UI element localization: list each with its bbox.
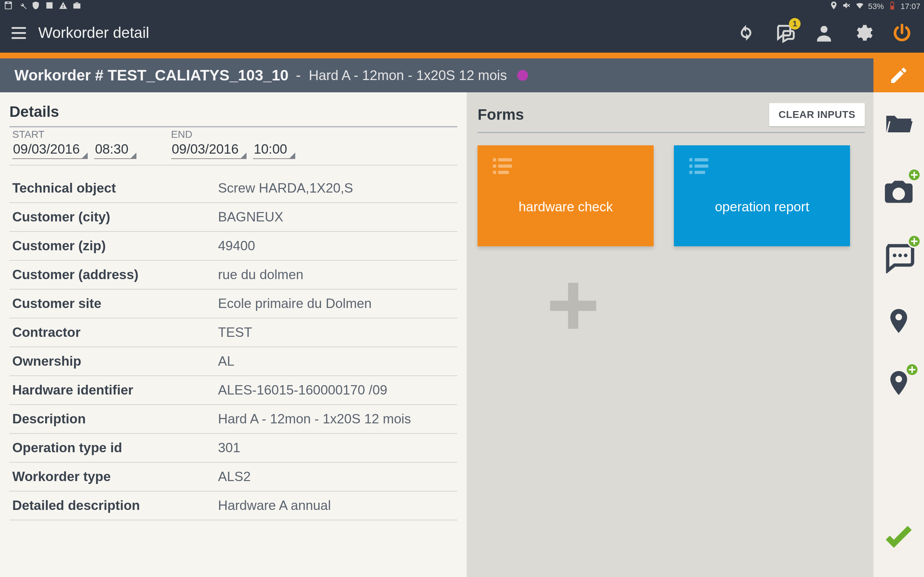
list-icon [487, 154, 644, 181]
wifi-icon [855, 1, 864, 12]
detail-label: Customer (city) [12, 210, 218, 225]
folder-open-icon [882, 108, 915, 141]
forms-header: Forms [478, 106, 769, 123]
detail-value: AL [218, 354, 234, 369]
svg-rect-9 [498, 171, 509, 174]
action-rail [874, 92, 924, 577]
detail-row: DescriptionHard A - 12mon - 1x20S 12 moi… [10, 405, 457, 434]
list-icon [683, 154, 841, 181]
start-label: START [12, 129, 135, 140]
workorder-subtitle: Hard A - 12mon - 1x20S 12 mois [309, 68, 507, 83]
edit-button[interactable] [874, 58, 924, 92]
location-button[interactable] [884, 306, 913, 337]
svg-point-17 [898, 253, 902, 257]
form-card-title: operation report [674, 200, 850, 214]
detail-label: Detailed description [12, 498, 218, 513]
battery-percentage: 53% [868, 2, 884, 11]
svg-rect-6 [493, 164, 496, 168]
detail-row: OwnershipAL [10, 347, 457, 376]
detail-value: ALS2 [218, 469, 251, 484]
detail-label: Workorder type [12, 469, 218, 484]
svg-rect-15 [695, 171, 705, 174]
edit-location-button[interactable] [884, 369, 913, 399]
start-date-picker[interactable]: 09/03/2016 [12, 141, 86, 158]
svg-rect-8 [493, 171, 496, 174]
pin-icon [884, 306, 913, 335]
detail-value: ALES-16015-160000170 /09 [218, 383, 387, 398]
start-time-picker[interactable]: 08:30 [94, 141, 135, 158]
detail-value: 49400 [218, 239, 255, 253]
add-photo-button[interactable] [882, 174, 915, 208]
svg-point-18 [904, 253, 908, 257]
svg-rect-11 [695, 158, 709, 161]
refresh-icon[interactable] [736, 23, 756, 43]
detail-row: Customer (address)rue du dolmen [10, 261, 457, 290]
image-icon [45, 1, 54, 12]
detail-row: Customer (zip)49400 [10, 232, 457, 261]
detail-row: Hardware identifierALES-16015-160000170 … [10, 376, 457, 405]
detail-label: Customer site [12, 296, 218, 311]
app-title: Workorder detail [38, 24, 149, 42]
android-status-bar: 53% 17:07 [0, 0, 924, 13]
detail-row: Workorder typeALS2 [10, 463, 457, 492]
detail-row: Operation type id301 [10, 434, 457, 463]
detail-value: Ecole primaire du Dolmen [218, 296, 372, 311]
detail-row: Customer siteEcole primaire du Dolmen [10, 290, 457, 318]
details-header: Details [10, 103, 457, 127]
detail-label: Description [12, 411, 218, 427]
dates-row: START 09/03/2016 08:30 END 09/03/2016 10… [10, 127, 457, 166]
detail-value: TEST [218, 325, 252, 340]
svg-point-3 [821, 26, 827, 33]
form-card[interactable]: operation report [674, 145, 850, 246]
svg-rect-12 [690, 164, 693, 168]
detail-row: Customer (city)BAGNEUX [10, 203, 457, 232]
wrench-icon [17, 1, 27, 12]
detail-row: Technical objectScrew HARDA,1X20,S [10, 174, 457, 203]
plus-badge [908, 234, 921, 248]
folder-open-button[interactable] [882, 108, 915, 142]
mute-icon [842, 1, 851, 12]
app-bar: Workorder detail 1 [0, 13, 924, 53]
shield-icon [31, 1, 40, 12]
detail-row: Detailed descriptionHardware A annual [10, 492, 457, 521]
warning-icon [58, 1, 68, 12]
svg-point-16 [893, 253, 897, 257]
detail-label: Customer (address) [12, 267, 218, 282]
add-comment-button[interactable] [882, 240, 915, 275]
location-status-icon [829, 1, 838, 12]
confirm-button[interactable] [879, 519, 918, 559]
form-card[interactable]: hardware check [478, 145, 654, 246]
gear-icon[interactable] [853, 23, 874, 43]
user-icon[interactable] [814, 23, 835, 43]
detail-row: ContractorTEST [10, 318, 457, 347]
check-icon [879, 519, 918, 558]
clear-inputs-button[interactable]: CLEAR INPUTS [769, 103, 865, 126]
chat-icon[interactable]: 1 [775, 23, 795, 43]
detail-label: Hardware identifier [12, 383, 218, 398]
end-date-picker[interactable]: 09/03/2016 [171, 141, 245, 158]
svg-rect-4 [493, 158, 496, 161]
add-form-button[interactable] [543, 275, 604, 337]
end-time-picker[interactable]: 10:00 [253, 141, 294, 158]
svg-rect-1 [891, 6, 894, 9]
pencil-icon [888, 65, 909, 85]
edit-badge [905, 363, 919, 377]
plus-icon [543, 275, 604, 337]
plus-badge [908, 168, 921, 182]
detail-label: Ownership [12, 354, 218, 369]
detail-value: 301 [218, 440, 241, 456]
banner-separator: - [296, 67, 300, 84]
detail-label: Technical object [12, 181, 218, 196]
workorder-number: Workorder # TEST_CALIATYS_103_10 [15, 67, 288, 84]
briefcase-icon [72, 1, 82, 12]
svg-rect-7 [498, 164, 512, 168]
detail-value: BAGNEUX [218, 210, 283, 225]
workorder-banner: Workorder # TEST_CALIATYS_103_10 - Hard … [0, 58, 924, 92]
battery-icon [888, 1, 897, 12]
detail-value: Hardware A annual [218, 498, 331, 513]
menu-icon[interactable] [11, 24, 28, 41]
svg-rect-14 [690, 171, 693, 174]
detail-value: rue du dolmen [218, 267, 304, 282]
power-icon[interactable] [892, 23, 913, 43]
detail-label: Contractor [12, 325, 218, 340]
